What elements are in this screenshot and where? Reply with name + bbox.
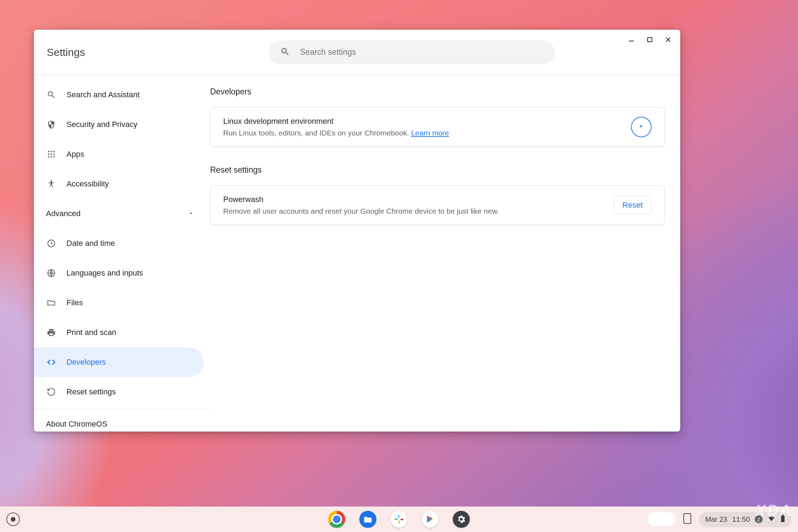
svg-point-13: [51, 180, 52, 181]
svg-rect-1: [648, 37, 652, 42]
shield-icon: [46, 119, 57, 130]
svg-rect-16: [398, 515, 400, 518]
sidebar-item-label: About ChromeOS: [46, 420, 108, 429]
play-store-app-icon[interactable]: [422, 511, 439, 528]
clock-icon: [46, 238, 57, 249]
notification-badge: 2: [755, 515, 763, 523]
svg-rect-20: [781, 516, 785, 522]
search-settings-input[interactable]: [300, 47, 543, 57]
globe-icon: [46, 268, 57, 278]
powerwash-card: Powerwash Remove all user accounts and r…: [210, 185, 665, 225]
svg-rect-19: [400, 519, 404, 520]
sidebar-item-label: Apps: [66, 150, 84, 159]
sidebar-item-label: Developers: [66, 358, 106, 367]
svg-point-11: [51, 156, 52, 157]
tray-date: Mar 23: [705, 515, 727, 524]
shelf: Mar 23 11:50 2: [0, 507, 798, 532]
settings-main-content: Developers Linux development environment…: [210, 75, 680, 432]
search-icon: [280, 47, 290, 58]
sidebar-item-apps[interactable]: Apps: [34, 139, 204, 169]
desktop-wallpaper: Settings Search and Assistant Security a…: [0, 0, 798, 532]
phone-hub-icon[interactable]: [683, 513, 691, 525]
maximize-button[interactable]: [645, 35, 655, 45]
reset-settings-heading: Reset settings: [210, 165, 665, 175]
chevron-up-icon: [188, 209, 194, 218]
shelf-pinned-apps: [328, 511, 470, 528]
developers-heading: Developers: [210, 87, 665, 97]
svg-rect-17: [395, 519, 398, 520]
minimize-button[interactable]: [626, 35, 636, 45]
sidebar-item-label: Search and Assistant: [66, 90, 140, 99]
sidebar-item-accessibility[interactable]: Accessibility: [34, 169, 204, 199]
linux-card-subtitle: Run Linux tools, editors, and IDEs on yo…: [223, 129, 449, 137]
sidebar-item-label: Date and time: [66, 239, 115, 248]
chrome-app-icon[interactable]: [328, 511, 345, 528]
sidebar-item-label: Files: [66, 298, 83, 307]
launcher-button[interactable]: [6, 513, 20, 526]
linux-expand-button[interactable]: [631, 117, 652, 137]
code-icon: [46, 357, 57, 368]
close-button[interactable]: [663, 35, 673, 45]
settings-app-icon[interactable]: [453, 511, 470, 528]
accessibility-icon: [46, 179, 57, 189]
settings-body: Search and Assistant Security and Privac…: [34, 75, 680, 432]
settings-window: Settings Search and Assistant Security a…: [34, 30, 680, 432]
search-icon: [46, 89, 57, 100]
svg-point-6: [53, 151, 54, 152]
folder-icon: [46, 297, 57, 308]
apps-grid-icon: [46, 149, 57, 160]
chevron-right-icon: [639, 124, 644, 130]
system-tray[interactable]: Mar 23 11:50 2: [647, 512, 792, 527]
sidebar-item-label: Languages and inputs: [66, 268, 143, 278]
files-app-icon[interactable]: [359, 511, 376, 528]
sidebar-item-files[interactable]: Files: [34, 288, 204, 318]
sidebar-advanced-toggle[interactable]: Advanced: [34, 199, 210, 229]
svg-point-12: [53, 156, 54, 157]
sidebar-item-security-privacy[interactable]: Security and Privacy: [34, 110, 204, 139]
svg-point-7: [48, 154, 49, 155]
battery-icon: [780, 515, 785, 524]
window-controls: [626, 35, 673, 45]
settings-sidebar: Search and Assistant Security and Privac…: [34, 75, 210, 432]
linux-dev-env-card[interactable]: Linux development environment Run Linux …: [210, 107, 665, 147]
advanced-label: Advanced: [46, 209, 81, 218]
powerwash-reset-button[interactable]: Reset: [614, 196, 652, 214]
svg-point-9: [53, 154, 54, 155]
sidebar-item-label: Print and scan: [66, 328, 116, 337]
powerwash-subtitle: Remove all user accounts and reset your …: [223, 207, 499, 215]
svg-point-8: [51, 154, 52, 155]
settings-title: Settings: [47, 46, 269, 58]
powerwash-title: Powerwash: [223, 195, 499, 204]
status-pill[interactable]: Mar 23 11:50 2: [699, 512, 792, 527]
svg-point-10: [48, 156, 49, 157]
learn-more-link[interactable]: Learn more: [411, 129, 449, 137]
sidebar-item-search-assistant[interactable]: Search and Assistant: [34, 80, 204, 110]
svg-rect-21: [782, 515, 783, 516]
sidebar-item-label: Reset settings: [66, 387, 116, 397]
sidebar-item-label: Security and Privacy: [66, 120, 138, 129]
linux-subtitle-text: Run Linux tools, editors, and IDEs on yo…: [223, 129, 411, 137]
svg-point-5: [51, 151, 52, 152]
slack-app-icon[interactable]: [391, 511, 407, 528]
settings-header: Settings: [34, 30, 680, 75]
wifi-icon: [768, 515, 775, 524]
sidebar-item-date-time[interactable]: Date and time: [34, 229, 204, 258]
svg-point-4: [48, 151, 49, 152]
reset-icon: [46, 387, 57, 397]
sidebar-item-reset-settings[interactable]: Reset settings: [34, 377, 204, 407]
sidebar-item-about-chromeos[interactable]: About ChromeOS: [34, 409, 210, 432]
sidebar-item-developers[interactable]: Developers: [34, 347, 204, 377]
sidebar-item-print[interactable]: Print and scan: [34, 318, 204, 347]
printer-icon: [46, 327, 57, 338]
sidebar-item-languages[interactable]: Languages and inputs: [34, 258, 204, 288]
tray-time: 11:50: [732, 515, 750, 524]
sidebar-item-label: Accessibility: [66, 179, 109, 189]
svg-rect-18: [399, 521, 400, 524]
tray-pen-pill[interactable]: [647, 512, 676, 526]
search-settings-field[interactable]: [269, 40, 555, 64]
linux-card-title: Linux development environment: [223, 117, 449, 126]
